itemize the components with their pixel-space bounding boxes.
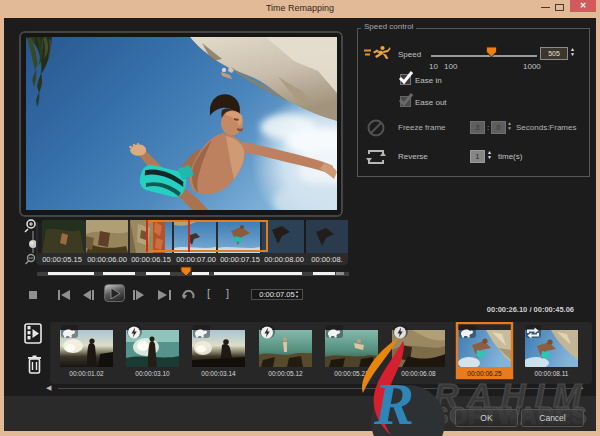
svg-text:R: R <box>373 371 414 436</box>
